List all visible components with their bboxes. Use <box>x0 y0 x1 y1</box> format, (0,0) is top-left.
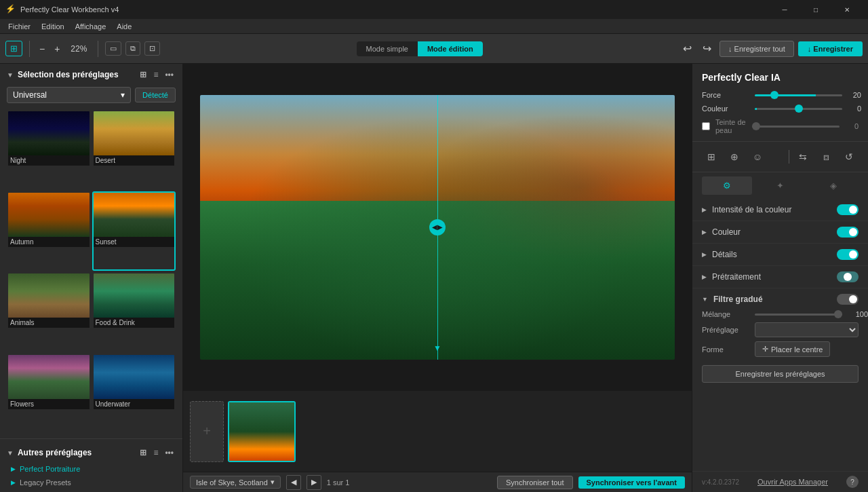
preset-name-autumn: Autumn <box>8 237 90 247</box>
sync-button[interactable]: Synchroniser tout <box>497 476 573 489</box>
skin-tone-checkbox[interactable] <box>702 122 710 130</box>
split-handle[interactable]: ◀▶ <box>429 219 446 235</box>
couleur-toggle[interactable] <box>837 227 859 238</box>
adj-intensite-couleur[interactable]: ▶ Intensité de la couleur <box>692 199 868 221</box>
preset-dropdown[interactable]: Universal ▾ <box>7 87 131 103</box>
titlebar: ⚡ Perfectly Clear Workbench v4 ─ □ ✕ <box>0 0 868 19</box>
tool-icons-row: ⊞ ⊕ ☺ ⇆ ⧈ ↺ <box>692 141 868 172</box>
app-icon: ⚡ <box>5 4 16 15</box>
menu-edition[interactable]: Edition <box>36 21 70 32</box>
filtre-gradue-toggle[interactable] <box>837 294 859 305</box>
adj-details[interactable]: ▶ Détails <box>692 244 868 266</box>
other-presets-header: ▼ Autres préréglages ⊞ ≡ ••• <box>0 442 182 462</box>
view-compare-button[interactable]: ⊡ <box>144 41 160 56</box>
mode-edition-button[interactable]: Mode édition <box>418 41 483 56</box>
save-button[interactable]: ↓ Enregistrer <box>798 41 863 56</box>
prereglage-dropdown[interactable] <box>755 322 859 337</box>
save-presets-button[interactable]: Enregistrer les préréglages <box>702 365 859 383</box>
version-bar: v:4.2.0.2372 Ouvrir Apps Manager ? <box>692 471 868 492</box>
filmstrip-thumb-1[interactable] <box>228 401 296 462</box>
filtre-gradue-section: ▼ Filtre gradué Mélange 100 Préréglage F… <box>692 288 868 388</box>
skin-tone-row: Teinte de peau 0 <box>702 118 859 134</box>
adjust-tool-icon[interactable]: ⊕ <box>725 147 744 166</box>
melange-slider[interactable] <box>755 314 842 316</box>
more-options-icon[interactable]: ••• <box>163 69 176 80</box>
preset-thumbnail-desert <box>94 111 175 155</box>
adj-couleur[interactable]: ▶ Couleur <box>692 221 868 244</box>
preset-item-animals[interactable]: Animals <box>7 272 91 352</box>
help-button[interactable]: ? <box>846 476 859 488</box>
undo-button[interactable]: ↩ <box>679 39 696 58</box>
split-tool-icon[interactable]: ⧈ <box>816 147 835 166</box>
face-tool-icon[interactable]: ☺ <box>748 147 767 166</box>
section-divider <box>0 438 182 439</box>
list-view-icon-2[interactable]: ⊞ <box>138 447 149 458</box>
redo-button[interactable]: ↪ <box>698 39 715 58</box>
sync-forward-button[interactable]: Synchroniser vers l'avant <box>578 476 685 489</box>
grid-view-icon[interactable]: ⊞ <box>138 69 149 80</box>
toggle-knob-3 <box>849 250 857 259</box>
tab-row: ⚙ ✦ ◈ <box>692 172 868 199</box>
details-toggle[interactable] <box>837 249 859 260</box>
legacy-presets-item[interactable]: ▶ Legacy Presets <box>0 476 182 489</box>
toggle-knob-4 <box>844 273 852 281</box>
force-value: 20 <box>848 91 861 99</box>
more-options-icon-2[interactable]: ••• <box>163 447 176 458</box>
perfect-portraiture-item[interactable]: ▶ Perfect Portraiture <box>0 462 182 476</box>
adj-arrow-icon-3: ▶ <box>702 251 707 258</box>
preset-item-night[interactable]: Night <box>7 110 91 190</box>
crosshair-icon: ✛ <box>762 345 768 354</box>
detected-button[interactable]: Détecté <box>135 88 176 102</box>
couleur-slider[interactable] <box>755 108 842 110</box>
skin-tone-value: 0 <box>845 122 859 130</box>
tab-style[interactable]: ✦ <box>755 176 805 195</box>
mode-simple-button[interactable]: Mode simple <box>357 41 418 56</box>
force-slider[interactable] <box>755 94 842 96</box>
apps-manager-link[interactable]: Ouvrir Apps Manager <box>757 478 828 486</box>
pretraitement-toggle[interactable] <box>837 271 859 282</box>
compare-tool-icon[interactable]: ⇆ <box>793 147 812 166</box>
force-label: Force <box>702 91 749 99</box>
place-center-button[interactable]: ✛ Placer le centre <box>755 341 830 357</box>
next-button[interactable]: ▶ <box>307 475 321 490</box>
adj-pretraitement[interactable]: ▶ Prétraitement <box>692 266 868 288</box>
prev-button[interactable]: ◀ <box>286 475 301 490</box>
menu-aide[interactable]: Aide <box>111 21 137 32</box>
preset-item-sunset[interactable]: Sunset <box>92 191 176 271</box>
menu-affichage[interactable]: Affichage <box>70 21 112 32</box>
home-button[interactable]: ⊞ <box>5 41 22 56</box>
zoom-out-button[interactable]: − <box>37 43 47 54</box>
list-view-icon[interactable]: ≡ <box>151 69 160 80</box>
toolbar: ⊞ − + 22% ▭ ⧉ ⊡ Mode simple Mode édition… <box>0 34 868 64</box>
view-split-button[interactable]: ⧉ <box>125 41 140 56</box>
chevron-down-icon-3: ▾ <box>271 478 275 487</box>
preset-item-underwater[interactable]: Underwater <box>92 354 176 434</box>
reset-tool-icon[interactable]: ↺ <box>840 147 859 166</box>
intensite-toggle[interactable] <box>837 204 859 215</box>
preset-item-desert[interactable]: Desert <box>92 110 176 190</box>
list-view-icon-3[interactable]: ≡ <box>151 447 160 458</box>
add-image-button[interactable]: + <box>190 401 224 462</box>
zoom-in-button[interactable]: + <box>52 43 62 54</box>
close-button[interactable]: ✕ <box>831 0 863 19</box>
skin-tone-slider[interactable] <box>752 126 840 128</box>
maximize-button[interactable]: □ <box>800 0 831 19</box>
preset-item-autumn[interactable]: Autumn <box>7 191 91 271</box>
crop-tool-icon[interactable]: ⊞ <box>702 147 721 166</box>
tab-presets[interactable]: ◈ <box>808 176 859 195</box>
skin-tone-label: Teinte de peau <box>715 118 747 134</box>
preset-thumbnail-flowers <box>8 355 90 399</box>
save-all-button[interactable]: ↓ Enregistrer tout <box>719 41 794 57</box>
preset-item-food[interactable]: Food & Drink <box>92 272 176 352</box>
toggle-knob-2 <box>849 228 857 236</box>
preset-name-sunset: Sunset <box>94 237 175 247</box>
preset-item-flowers[interactable]: Flowers <box>7 354 91 434</box>
tab-adjustments[interactable]: ⚙ <box>702 176 752 195</box>
image-viewport: ◀▶ ▼ <box>183 64 692 390</box>
filename-dropdown[interactable]: Isle of Skye, Scotland ▾ <box>190 476 281 489</box>
preset-name-desert: Desert <box>94 155 175 166</box>
chevron-down-icon: ▼ <box>7 71 14 79</box>
minimize-button[interactable]: ─ <box>769 0 800 19</box>
view-single-button[interactable]: ▭ <box>105 41 121 56</box>
menu-fichier[interactable]: Fichier <box>3 21 36 32</box>
